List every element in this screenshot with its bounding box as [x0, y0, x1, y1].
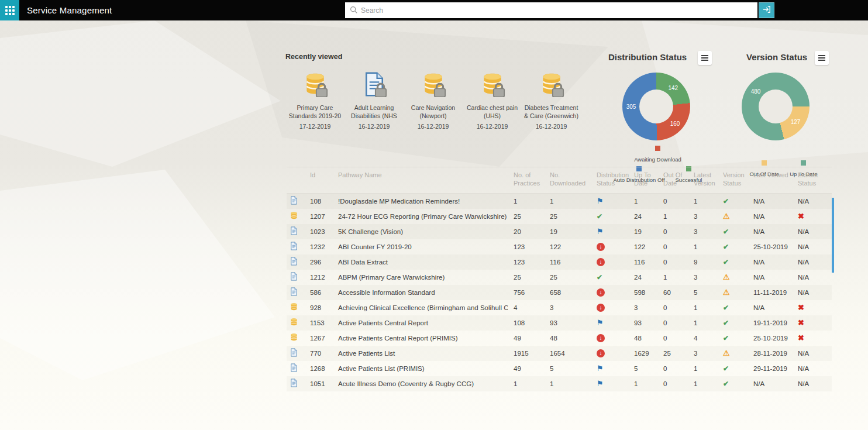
cell-latest-version: 3: [688, 228, 717, 235]
cell-pathway-name: Achieving Clinical Excellence (Birmingha…: [332, 304, 508, 311]
cell-up-to-date: 1629: [628, 350, 657, 357]
table-row[interactable]: 1212 ABPM (Primary Care Warwickshire) 25…: [287, 270, 832, 285]
cell-downloaded: 3: [544, 304, 591, 311]
document-icon: [290, 257, 298, 267]
search-input[interactable]: [361, 6, 753, 15]
column-header[interactable]: Pathway Name: [332, 171, 508, 188]
cell-out-of-date: 60: [657, 289, 688, 296]
cell-up-to-date: 24: [628, 213, 657, 220]
cross-icon: ✖: [798, 303, 804, 312]
cell-version-status: ✔: [717, 228, 748, 236]
cell-last-viewed: N/A: [748, 213, 792, 220]
cell-practices: 4: [508, 304, 544, 311]
column-header[interactable]: Last Viewed: [748, 171, 792, 188]
warning-icon: ⚠: [723, 349, 730, 357]
check-icon: ✔: [723, 258, 729, 266]
recently-viewed-item[interactable]: Diabetes Treatment & Care (Greenwich) 16…: [522, 70, 581, 130]
recently-viewed-item[interactable]: Primary Care Standards 2019-20 17-12-201…: [285, 70, 345, 130]
cell-version-status: ✔: [717, 364, 748, 373]
recently-viewed-item[interactable]: Cardiac chest pain (UHS) 16-12-2019: [463, 70, 522, 130]
column-header[interactable]: Version Status: [717, 171, 748, 188]
cell-extract-status: ✖: [792, 333, 832, 342]
map-background-shape: [0, 20, 281, 167]
chart-menu-button[interactable]: [698, 51, 712, 65]
column-header[interactable]: Distribution Status: [591, 171, 628, 188]
cell-version-status: ⚠: [717, 288, 748, 297]
donut-value: 142: [668, 85, 678, 91]
table-row[interactable]: 928 Achieving Clinical Excellence (Birmi…: [287, 300, 832, 315]
table-body: 108 !Douglasdale MP Medication Reminders…: [287, 194, 832, 391]
document-icon: [290, 287, 298, 297]
recently-viewed-list: Primary Care Standards 2019-20 17-12-201…: [285, 70, 587, 130]
check-icon: ✔: [723, 364, 729, 373]
donut-chart[interactable]: 142160305: [622, 73, 690, 140]
cell-last-viewed: 28-11-2019: [748, 350, 792, 357]
cell-out-of-date: 0: [657, 198, 688, 205]
column-header[interactable]: Id: [304, 171, 332, 188]
document-icon: [290, 196, 298, 206]
cell-downloaded: 658: [544, 289, 591, 296]
table-row[interactable]: 1023 5K Challenge (Vision) 20 19 ⚑ 19 0 …: [287, 224, 832, 239]
column-header[interactable]: No. of Practices: [508, 171, 544, 188]
cell-practices: 1: [508, 198, 544, 205]
column-header[interactable]: No. Downloaded: [544, 171, 591, 188]
cell-version-status: ✔: [717, 334, 748, 342]
flag-icon: ⚑: [597, 364, 604, 373]
database-icon: [290, 333, 298, 343]
distribution-status-chart: Distribution Status 142160305 Awaiting D…: [604, 51, 712, 185]
cell-id: 928: [304, 304, 332, 311]
cell-out-of-date: 1: [657, 213, 688, 220]
database-icon: [290, 211, 298, 221]
app-grid-button[interactable]: [0, 0, 19, 20]
document-icon: [290, 242, 298, 252]
table-row[interactable]: 1153 Active Patients Central Report 108 …: [287, 315, 832, 331]
cell-practices: 49: [508, 335, 544, 342]
table-row[interactable]: 586 Accessible Information Standard 756 …: [287, 285, 832, 300]
document-icon: [290, 272, 298, 282]
table-row[interactable]: 1232 ABI Counter FY 2019-20 123 122 ↓ 12…: [287, 239, 832, 254]
recently-viewed-item[interactable]: Adult Learning Disabilities (NHS 16-12-2…: [345, 70, 404, 130]
database-lock-icon: [522, 70, 581, 98]
submit-search-button[interactable]: [759, 2, 774, 18]
table-row[interactable]: 1207 24-72 Hour ECG Reporting (Primary C…: [287, 209, 832, 224]
table-row[interactable]: 1268 Active Patients List (PRIMIS) 49 5 …: [287, 361, 832, 376]
cell-extract-status: N/A: [792, 380, 832, 387]
cell-version-status: ✔: [717, 258, 748, 266]
legend-item: Awaiting Download: [634, 146, 681, 164]
check-icon: ✔: [597, 212, 602, 221]
cross-icon: ✖: [798, 318, 804, 327]
chart-menu-button[interactable]: [815, 51, 829, 65]
cell-out-of-date: 0: [657, 335, 688, 342]
table-row[interactable]: 770 Active Patients List 1915 1654 ↓ 162…: [287, 346, 832, 361]
cell-id: 586: [304, 289, 332, 296]
recently-viewed-item-date: 16-12-2019: [522, 123, 581, 130]
donut-value: 480: [751, 88, 761, 94]
hamburger-icon: [818, 57, 825, 59]
cell-practices: 123: [508, 259, 544, 266]
cell-pathway-name: 24-72 Hour ECG Reporting (Primary Care W…: [332, 213, 508, 220]
recently-viewed-section: Recently viewed Primary Care Standards 2…: [285, 53, 587, 130]
cell-version-status: ⚠: [717, 349, 748, 357]
table-scrollbar[interactable]: [832, 198, 834, 273]
table-row[interactable]: 108 !Douglasdale MP Medication Reminders…: [287, 194, 832, 209]
cell-up-to-date: 24: [628, 274, 657, 281]
table-row[interactable]: 1267 Active Patients Central Report (PRI…: [287, 331, 832, 346]
recently-viewed-item[interactable]: Care Navigation (Newport) 16-12-2019: [404, 70, 463, 130]
app-grid-icon: [5, 6, 15, 15]
chart-title: Version Status: [746, 51, 807, 62]
cell-last-viewed: N/A: [748, 228, 792, 235]
column-header[interactable]: Out Of Date: [657, 171, 688, 188]
cell-id: 1212: [304, 274, 332, 281]
table-row[interactable]: 296 ABI Data Extract 123 116 ↓ 116 0 9 ✔…: [287, 254, 832, 270]
column-header[interactable]: Up To Date: [628, 171, 657, 188]
cell-version-status: ✔: [717, 304, 748, 312]
cell-version-status: ⚠: [717, 212, 748, 221]
pathways-table: IdPathway NameNo. of PracticesNo. Downlo…: [287, 167, 832, 391]
table-row[interactable]: 1051 Acute Illness Demo (Coventry & Rugb…: [287, 376, 832, 391]
cell-id: 108: [304, 198, 332, 205]
column-header[interactable]: Extract Status: [792, 171, 832, 188]
column-header[interactable]: Latest Version: [688, 171, 717, 188]
cell-version-status: ✔: [717, 243, 748, 251]
donut-chart[interactable]: 127480: [742, 73, 810, 140]
cell-latest-version: 1: [688, 380, 717, 387]
